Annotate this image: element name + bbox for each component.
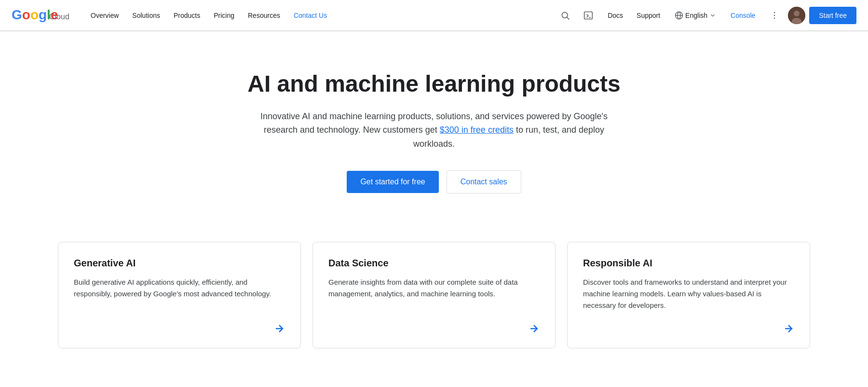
cards-grid: Generative AI Build generative AI applic… (58, 242, 810, 348)
nav-products[interactable]: Products (168, 8, 206, 23)
nav-support[interactable]: Support (631, 8, 666, 23)
hero-subtitle: Innovative AI and machine learning produ… (260, 110, 608, 151)
language-label: English (685, 12, 707, 19)
svg-point-9 (774, 12, 775, 13)
google-cloud-logo[interactable]: Google Cloud (12, 6, 69, 25)
nav-resources[interactable]: Resources (242, 8, 286, 23)
search-icon (560, 11, 570, 20)
card-desc-1: Generate insights from data with our com… (328, 276, 540, 311)
chevron-down-icon (709, 12, 716, 19)
card-desc-2: Discover tools and frameworks to underst… (583, 276, 794, 311)
svg-point-10 (774, 14, 775, 16)
data-science-card[interactable]: Data Science Generate insights from data… (312, 242, 556, 348)
more-vert-icon (770, 11, 779, 20)
svg-point-13 (794, 11, 800, 16)
terminal-icon (583, 11, 593, 20)
arrow-right-icon-2 (783, 323, 794, 334)
globe-icon (675, 11, 683, 20)
card-title-2: Responsible AI (583, 258, 794, 269)
card-title-0: Generative AI (74, 258, 285, 269)
card-arrow-2 (583, 323, 794, 334)
card-arrow-0 (74, 323, 285, 334)
nav-docs[interactable]: Docs (602, 8, 629, 23)
svg-text:Cloud: Cloud (49, 13, 69, 21)
nav-contact-us[interactable]: Contact Us (288, 8, 333, 23)
console-link[interactable]: Console (725, 8, 761, 23)
card-title-1: Data Science (328, 258, 540, 269)
language-selector[interactable]: English (670, 7, 721, 24)
hero-section: AI and machine learning products Innovat… (217, 31, 651, 222)
user-avatar[interactable] (788, 7, 805, 24)
hero-title: AI and machine learning products (247, 70, 620, 98)
card-arrow-1 (328, 323, 540, 334)
nav-solutions[interactable]: Solutions (126, 8, 166, 23)
start-free-button[interactable]: Start free (809, 7, 856, 24)
more-options-button[interactable] (765, 6, 784, 25)
svg-point-11 (774, 17, 775, 19)
hero-buttons: Get started for free Contact sales (347, 170, 521, 194)
navigation: Google Cloud Overview Solutions Products… (0, 0, 868, 31)
card-desc-0: Build generative AI applications quickly… (74, 276, 285, 311)
arrow-right-icon-0 (273, 323, 285, 334)
nav-pricing[interactable]: Pricing (208, 8, 240, 23)
responsible-ai-card[interactable]: Responsible AI Discover tools and framew… (567, 242, 810, 348)
generative-ai-card[interactable]: Generative AI Build generative AI applic… (58, 242, 301, 348)
arrow-right-icon-1 (528, 323, 540, 334)
get-started-button[interactable]: Get started for free (347, 171, 438, 193)
nav-links: Overview Solutions Products Pricing Reso… (85, 8, 556, 23)
contact-sales-button[interactable]: Contact sales (447, 170, 521, 194)
free-credits-link[interactable]: $300 in free credits (440, 125, 514, 135)
terminal-button[interactable] (579, 6, 598, 25)
svg-point-2 (562, 12, 568, 18)
svg-line-3 (567, 17, 570, 19)
cards-section: Generative AI Build generative AI applic… (0, 222, 868, 377)
docs-support-links: Docs Support (602, 8, 666, 23)
nav-overview[interactable]: Overview (85, 8, 124, 23)
search-button[interactable] (556, 6, 575, 25)
nav-right-section: Docs Support English Console (556, 6, 856, 25)
